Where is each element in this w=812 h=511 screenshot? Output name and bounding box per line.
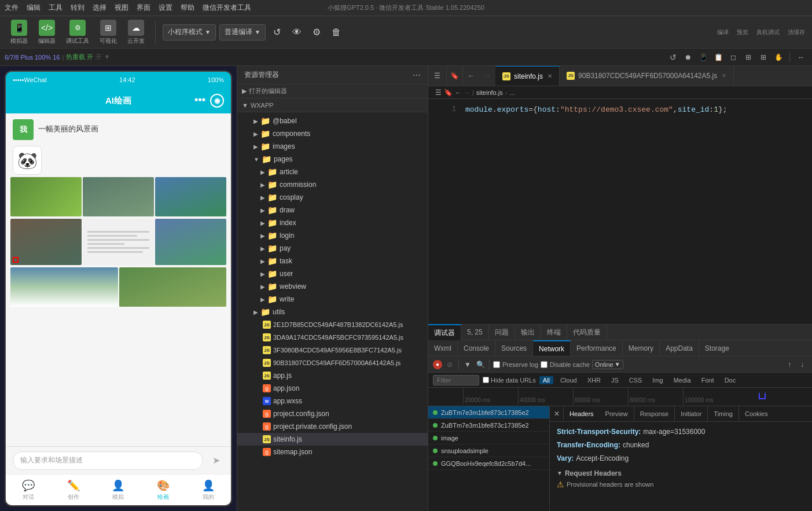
network-tab-network[interactable]: Network bbox=[533, 340, 571, 356]
menu-wechat-tools[interactable]: 微信开发者工具 bbox=[203, 3, 251, 13]
phone-nav-draw[interactable]: 🎨 绘画 bbox=[141, 475, 186, 505]
breadcrumb-bookmark[interactable]: 🔖 bbox=[444, 89, 453, 97]
menu-goto[interactable]: 转到 bbox=[71, 3, 84, 13]
image-cell-6[interactable] bbox=[155, 219, 226, 265]
console-tab-count[interactable]: 5, 25 bbox=[461, 324, 489, 340]
tree-item-pay[interactable]: ▶ 📁 pay bbox=[237, 242, 428, 255]
network-tab-sources[interactable]: Sources bbox=[495, 340, 533, 356]
tree-item-pages[interactable]: ▼ 📁 pages bbox=[237, 153, 428, 166]
tab-back-btn[interactable]: ← bbox=[463, 66, 479, 86]
image-cell-5[interactable] bbox=[83, 219, 154, 265]
sync-btn[interactable]: ↔ bbox=[795, 51, 807, 64]
preserve-log-checkbox[interactable]: Preserve log bbox=[493, 361, 538, 368]
breadcrumb-menu-icon[interactable]: ☰ bbox=[435, 89, 442, 97]
mode-dropdown[interactable]: 小程序模式 ▼ bbox=[163, 24, 216, 41]
tab-menu-icon[interactable]: ☰ bbox=[428, 66, 447, 86]
tree-item-index[interactable]: ▶ 📁 index bbox=[237, 216, 428, 229]
phone-nav-dots[interactable]: ••• bbox=[194, 94, 205, 108]
console-tab-terminal[interactable]: 终端 bbox=[541, 324, 567, 340]
download-btn[interactable]: ↓ bbox=[797, 359, 807, 370]
console-tab-output[interactable]: 输出 bbox=[515, 324, 541, 340]
menu-help[interactable]: 帮助 bbox=[181, 3, 194, 13]
cloud-btn[interactable]: ☁ 云开发 bbox=[124, 17, 148, 47]
filter-tag-all[interactable]: All bbox=[539, 376, 553, 384]
close-tab-js4[interactable]: ✕ bbox=[722, 72, 726, 79]
tree-item-cosplay[interactable]: ▶ 📁 cosplay bbox=[237, 191, 428, 204]
phone-nav-create[interactable]: ✏️ 创作 bbox=[51, 475, 96, 505]
image-cell-4[interactable] bbox=[10, 219, 82, 265]
request-item-1[interactable]: ZuBTm7e3m1bfe873c17385e2 bbox=[428, 406, 549, 419]
detail-tab-headers[interactable]: Headers bbox=[564, 406, 600, 421]
search-icon[interactable]: 🔍 bbox=[475, 359, 486, 370]
close-tab-siteinfo[interactable]: ✕ bbox=[548, 73, 552, 79]
phone-nav-chat[interactable]: 💬 对话 bbox=[6, 475, 51, 505]
file-tree-menu-icon[interactable]: ⋯ bbox=[413, 71, 421, 80]
tree-item-appwxss[interactable]: W app.wxss bbox=[237, 395, 428, 407]
network-tab-memory[interactable]: Memory bbox=[623, 340, 660, 356]
tree-item-webview[interactable]: ▶ 📁 webview bbox=[237, 280, 428, 293]
console-tab-issues[interactable]: 问题 bbox=[489, 324, 515, 340]
tree-item-js1[interactable]: JS 2E1D7B85CDC549AF487B1382DC6142A5.js bbox=[237, 318, 428, 331]
tab-forward-btn[interactable]: → bbox=[479, 66, 495, 86]
breadcrumb-forward[interactable]: → bbox=[464, 89, 470, 96]
hand-toolbar-btn[interactable]: ✋ bbox=[772, 51, 785, 64]
detail-tab-response[interactable]: Response bbox=[634, 406, 675, 421]
phone-input-field[interactable]: 输入要求和场景描述 bbox=[13, 451, 203, 470]
tree-item-images[interactable]: ▶ 📁 images bbox=[237, 140, 428, 153]
refresh-btn[interactable]: ↺ bbox=[269, 24, 285, 41]
image-cell-1[interactable] bbox=[10, 177, 82, 216]
editor-tab-js4[interactable]: JS 90B31807CDC549AFF6D57000A64142A5.js ✕ bbox=[560, 66, 734, 86]
refresh-toolbar-btn[interactable]: ↺ bbox=[667, 51, 679, 64]
phone-toolbar-btn[interactable]: 📱 bbox=[697, 51, 710, 64]
hide-data-urls-checkbox[interactable]: Hide data URLs bbox=[483, 377, 536, 384]
clip-toolbar-btn[interactable]: 📋 bbox=[712, 51, 725, 64]
open-editors-section[interactable]: ▶ 打开的编辑器 bbox=[237, 84, 428, 98]
editor-tab-siteinfo[interactable]: JS siteinfo.js ✕ bbox=[495, 66, 560, 86]
request-item-4[interactable]: snsuploadsimple bbox=[428, 444, 549, 457]
filter-tag-xhr[interactable]: XHR bbox=[584, 376, 604, 384]
request-item-5[interactable]: GGQBooHx9eqefc8d2c5b7d4... bbox=[428, 457, 549, 470]
detail-tab-preview[interactable]: Preview bbox=[600, 406, 634, 421]
console-tab-quality[interactable]: 代码质量 bbox=[567, 324, 607, 340]
breadcrumb-filename[interactable]: siteinfo.js bbox=[476, 89, 503, 96]
menu-select[interactable]: 选择 bbox=[93, 3, 106, 13]
tree-item-appjson[interactable]: {} app.json bbox=[237, 382, 428, 395]
menu-interface[interactable]: 界面 bbox=[137, 3, 150, 13]
upload-btn[interactable]: ↑ bbox=[784, 359, 795, 370]
menu-file[interactable]: 文件 bbox=[5, 3, 19, 13]
tree-item-js3[interactable]: JS 3F3080B4CDC549AF5956E8B3FC7142A5.js bbox=[237, 344, 428, 356]
detail-tab-initiator[interactable]: Initiator bbox=[675, 406, 708, 421]
editor-btn[interactable]: </> 编辑器 bbox=[35, 17, 59, 47]
phone-nav-circle[interactable]: ◉ bbox=[210, 94, 224, 108]
debug-btn[interactable]: ⚙ 调试工具 bbox=[63, 17, 93, 47]
network-tab-wxml[interactable]: Wxml bbox=[428, 340, 458, 356]
close-details-btn[interactable]: ✕ bbox=[550, 407, 564, 421]
image-cell-3[interactable] bbox=[155, 177, 226, 216]
disable-cache-checkbox[interactable]: Disable cache bbox=[541, 361, 590, 368]
breadcrumb-back[interactable]: ← bbox=[455, 89, 461, 96]
grid-toolbar-btn[interactable]: ⊞ bbox=[742, 51, 755, 64]
tree-item-article[interactable]: ▶ 📁 article bbox=[237, 166, 428, 178]
filter-input[interactable] bbox=[433, 375, 479, 385]
simulator-btn[interactable]: 📱 模拟器 bbox=[7, 17, 31, 47]
filter-icon[interactable]: ▼ bbox=[462, 359, 473, 370]
tree-item-components[interactable]: ▶ 📁 components bbox=[237, 127, 428, 140]
tree-item-draw[interactable]: ▶ 📁 draw bbox=[237, 204, 428, 216]
preview-btn[interactable]: 👁 bbox=[289, 24, 305, 41]
breadcrumb-nav[interactable]: 🔖 bbox=[447, 66, 463, 86]
visual-btn[interactable]: ⊞ 可视化 bbox=[96, 17, 120, 47]
online-dropdown[interactable]: Online ▼ bbox=[592, 360, 623, 369]
detail-tab-cookies[interactable]: Cookies bbox=[739, 406, 774, 421]
filter-tag-img[interactable]: Img bbox=[649, 376, 666, 384]
grid2-toolbar-btn[interactable]: ⊞ bbox=[757, 51, 770, 64]
tree-item-projectconfig[interactable]: {} project.config.json bbox=[237, 407, 428, 420]
tree-item-commission[interactable]: ▶ 📁 commission bbox=[237, 178, 428, 191]
menu-view[interactable]: 视图 bbox=[115, 3, 128, 13]
stop-btn[interactable]: ⊘ bbox=[444, 359, 455, 370]
network-tab-performance[interactable]: Performance bbox=[571, 340, 623, 356]
phone-nav-profile[interactable]: 👤 我的 bbox=[186, 475, 231, 505]
request-item-3[interactable]: image bbox=[428, 432, 549, 444]
hot-reload-btn[interactable]: 热重载 开 bbox=[66, 53, 93, 61]
tree-item-projectprivate[interactable]: {} project.private.config.json bbox=[237, 420, 428, 433]
menu-tool[interactable]: 工具 bbox=[49, 3, 63, 13]
